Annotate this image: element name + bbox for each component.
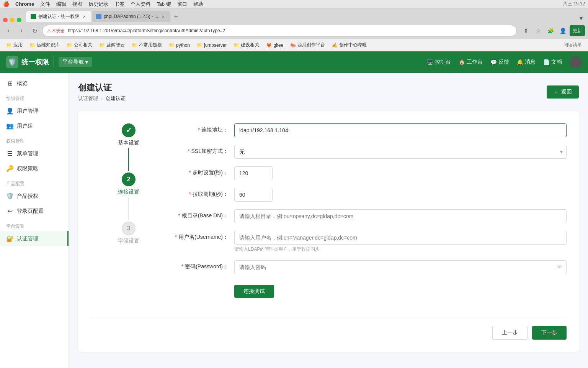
base-dn-input[interactable]	[234, 209, 567, 223]
bookmark-star-icon[interactable]: ☆	[533, 25, 544, 36]
bookmark-company[interactable]: 📁 公司相关	[64, 41, 95, 49]
share-icon[interactable]: ⬆	[521, 25, 531, 36]
bookmark-creator[interactable]: ✍️ 创作中心哔哩	[329, 41, 370, 49]
back-nav-btn[interactable]: ‹	[3, 25, 14, 36]
message-icon: 🔔	[517, 59, 523, 65]
page-header: 创建认证 认证管理 > 创建认证 ← 返回	[78, 82, 579, 102]
tab-create-auth[interactable]: 创建认证 - 统一权限 ✕	[26, 11, 91, 22]
step-1-circle: ✓	[122, 123, 136, 137]
console-icon: 🖥️	[427, 59, 433, 65]
sidebar-item-overview[interactable]: ⊞ 概览	[0, 76, 69, 91]
connection-address-input[interactable]	[234, 123, 567, 137]
help-menu[interactable]: 帮助	[193, 1, 203, 8]
nav-messages[interactable]: 🔔 消息	[517, 59, 536, 66]
read-mode-btn[interactable]: 阅读清单	[560, 41, 585, 49]
sidebar-item-auth-management[interactable]: 🔐 认证管理	[0, 231, 69, 246]
sidebar-item-product-auth[interactable]: 🛡️ 产品授权	[0, 189, 69, 204]
profile-menu[interactable]: 个人资料	[131, 1, 150, 8]
bookmark-gitee[interactable]: 🦊 gitee	[263, 41, 286, 49]
new-tab-button[interactable]: +	[170, 12, 181, 22]
profile-icon[interactable]: 👤	[557, 25, 568, 36]
bookmark-label-jumpserver: jumpserver	[204, 43, 227, 48]
form-row-base-dn: 根目录(Base DN)：	[167, 209, 567, 223]
bookmark-label-creator: 创作中心哔哩	[339, 42, 367, 48]
bookmark-ops[interactable]: 📁 运维知识库	[26, 41, 63, 49]
nav-feedback[interactable]: 💬 反馈	[490, 59, 509, 66]
form-card: ✓ 基本设置 2 连接设置 3 字段设置	[78, 111, 579, 352]
chrome-menu[interactable]: Chrome	[15, 1, 34, 7]
forward-nav-btn[interactable]: ›	[16, 25, 27, 36]
bookmark-menu[interactable]: 书签	[114, 1, 124, 8]
address-text[interactable]: https://192.168.1.201/o/rbac/#/platformS…	[68, 28, 512, 33]
prev-step-button[interactable]: 上一步	[492, 326, 528, 340]
view-menu[interactable]: 视图	[72, 1, 82, 8]
tab-expand-btn[interactable]: ▼	[577, 15, 585, 22]
sidebar-item-permission-policy[interactable]: 🔑 权限策略	[0, 161, 69, 176]
password-eye-icon[interactable]: 👁	[557, 264, 563, 271]
step-2-circle: 2	[122, 172, 136, 186]
console-label: 控制台	[435, 59, 451, 66]
update-btn[interactable]: 更新	[570, 25, 585, 36]
bookmark-jumpserver[interactable]: 📁 jumpserver	[194, 41, 230, 49]
username-input[interactable]	[234, 231, 567, 245]
password-input[interactable]	[234, 260, 567, 274]
bookmark-xigua[interactable]: 🍉 西瓜创作平台	[287, 41, 328, 49]
pull-period-label: 拉取周期(秒)：	[167, 188, 228, 198]
sidebar-item-login-config[interactable]: ↩ 登录页配置	[0, 204, 69, 219]
close-window-btn[interactable]	[3, 18, 8, 22]
bookmark-build[interactable]: 📁 建设相关	[230, 41, 262, 49]
history-menu[interactable]: 历史记录	[88, 1, 108, 8]
extension-icon[interactable]: 🧩	[545, 25, 556, 36]
xigua-icon: 🍉	[290, 43, 296, 48]
nav-console[interactable]: 🖥️ 控制台	[427, 59, 451, 66]
connection-test-button[interactable]: 连接测试	[234, 285, 274, 298]
user-avatar[interactable]	[570, 56, 582, 68]
apple-icon[interactable]: 🍎	[3, 1, 9, 7]
sidebar-item-user-management[interactable]: 👤 用户管理	[0, 104, 69, 118]
bookmark-python[interactable]: 📁 python	[166, 41, 193, 49]
nav-docs[interactable]: 📄 文档	[543, 59, 562, 66]
minimize-window-btn[interactable]	[10, 18, 15, 22]
sidebar-item-menu-mgmt[interactable]: ☰ 菜单管理	[0, 146, 69, 161]
step-3-label: 字段设置	[118, 238, 139, 245]
file-menu[interactable]: 文件	[40, 1, 50, 8]
tab-menu[interactable]: Tab 键	[157, 1, 171, 8]
edit-menu[interactable]: 编辑	[56, 1, 66, 8]
timeout-label: 超时设置(秒)：	[167, 166, 228, 176]
apps-icon: 📁	[6, 43, 12, 48]
tab-close-1[interactable]: ✕	[82, 14, 87, 19]
mac-menubar: 🍎 Chrome 文件 编辑 视图 历史记录 书签 个人资料 Tab 键 窗口 …	[0, 0, 588, 8]
sidebar-section-org: 组织管理	[0, 91, 69, 104]
address-input-wrap[interactable]: ⚠ 不安全 https://192.168.1.201/o/rbac/#/pla…	[42, 25, 517, 36]
step-3: 3 字段设置	[118, 222, 139, 245]
breadcrumb-parent[interactable]: 认证管理	[78, 95, 98, 102]
auth-mgmt-label: 认证管理	[17, 235, 38, 242]
next-step-button[interactable]: 下一步	[532, 326, 567, 340]
steps-container: ✓ 基本设置 2 连接设置 3 字段设置	[90, 123, 567, 306]
ssl-select[interactable]: 无 SSL TLS	[234, 145, 567, 159]
back-button[interactable]: ← 返回	[547, 85, 579, 99]
tab-phpadmin[interactable]: phpLDAPadmin (1.2.5) - ... ✕	[91, 11, 171, 22]
platform-nav-btn[interactable]: 平台导航 ▾	[59, 57, 92, 67]
tab-label-2: phpLDAPadmin (1.2.5) - ...	[104, 14, 158, 19]
form-row-timeout: 超时设置(秒)：	[167, 166, 567, 180]
window-menu[interactable]: 窗口	[177, 1, 187, 8]
step-3-circle: 3	[122, 222, 136, 235]
bookmark-blueking[interactable]: 📁 蓝鲸智云	[96, 41, 128, 49]
back-label: 返回	[561, 89, 572, 95]
sidebar-item-user-group[interactable]: 👥 用户组	[0, 118, 69, 133]
timeout-input[interactable]	[234, 166, 273, 180]
tab-close-2[interactable]: ✕	[160, 14, 166, 19]
nav-workbench[interactable]: 🏠 工作台	[459, 59, 483, 66]
user-mgmt-label: 用户管理	[17, 108, 38, 115]
reload-btn[interactable]: ↻	[29, 25, 40, 36]
step-2: 2 连接设置	[118, 172, 139, 196]
security-warning: ⚠ 不安全	[47, 28, 65, 34]
bookmark-misc[interactable]: 📁 不常用链接	[129, 41, 165, 49]
fullscreen-window-btn[interactable]	[17, 18, 21, 22]
sidebar: ⊞ 概览 组织管理 👤 用户管理 👥 用户组 权限管理 ☰ 菜单管理 🔑 权限策…	[0, 73, 69, 368]
user-group-label: 用户组	[17, 123, 33, 130]
pull-period-input[interactable]	[234, 188, 273, 202]
bookmark-apps[interactable]: 📁 应用	[3, 41, 26, 49]
logo-area: 🛡️ 统一权限	[6, 56, 49, 68]
